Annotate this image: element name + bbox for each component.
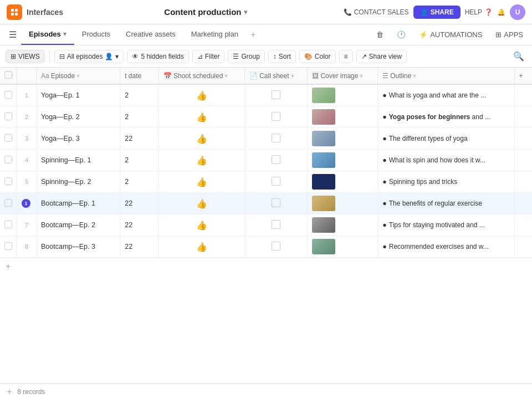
all-episodes-button[interactable]: ⊟ All episodes 👤 ▾ xyxy=(54,50,124,63)
call-sheet-checkbox[interactable] xyxy=(272,177,280,186)
footer-add-button[interactable]: + xyxy=(7,387,12,397)
title-dropdown-icon[interactable]: ▾ xyxy=(244,8,247,16)
shoot-scheduled-cell: 👍 xyxy=(158,150,244,171)
row-checkbox-cell xyxy=(0,236,17,258)
call-sheet-checkbox[interactable] xyxy=(272,220,280,229)
row-number: 2 xyxy=(17,106,37,128)
share-view-icon: ↗ xyxy=(361,53,367,60)
outline-col-header[interactable]: ☰ Outline ▾ xyxy=(378,68,514,84)
outline-cell[interactable]: ●The benefits of regular exercise xyxy=(378,193,514,214)
callsheet-col-header[interactable]: 📄 Call sheet ▾ xyxy=(245,68,308,84)
outline-cell[interactable]: ●Tips for staying motivated and ... xyxy=(378,214,514,236)
select-all-checkbox[interactable] xyxy=(4,71,12,79)
automations-button[interactable]: ⚡ AUTOMATIONS xyxy=(415,28,487,41)
cover-col-header[interactable]: 🖼 Cover image ▾ xyxy=(308,68,378,84)
call-sheet-checkbox[interactable] xyxy=(272,242,280,250)
add-col-header[interactable]: + xyxy=(514,68,532,84)
apps-button[interactable]: ⊞ APPS xyxy=(491,28,528,41)
row-checkbox[interactable] xyxy=(4,242,12,250)
cover-image-cell[interactable] xyxy=(308,193,378,214)
row-checkbox[interactable] xyxy=(4,177,12,185)
outline-cell[interactable]: ●Yoga poses for beginners and ... xyxy=(378,106,514,128)
history-button[interactable]: 🕐 xyxy=(392,28,410,41)
row-checkbox[interactable] xyxy=(4,156,12,163)
top-bar: Interfaces Content production ▾ 📞 CONTAC… xyxy=(0,0,532,24)
add-tab-button[interactable]: + xyxy=(246,27,260,43)
shoot-col-header[interactable]: 📅 Shoot scheduled ▾ xyxy=(158,68,244,84)
views-button[interactable]: ⊞ VIEWS xyxy=(6,50,45,63)
cover-image-cell[interactable] xyxy=(308,128,378,150)
outline-cell[interactable]: ●Recommended exercises and w... xyxy=(378,236,514,258)
hamburger-icon[interactable]: ☰ xyxy=(4,26,21,43)
add-row-button[interactable]: + xyxy=(0,258,532,275)
share-view-button[interactable]: ↗ Share view xyxy=(356,50,407,63)
group-button[interactable]: ☰ Group xyxy=(228,50,264,63)
call-sheet-checkbox[interactable] xyxy=(272,155,280,164)
row-height-button[interactable]: ≡ xyxy=(339,50,353,63)
row-checkbox[interactable] xyxy=(4,199,12,207)
filter-button[interactable]: ⊿ Filter xyxy=(192,50,225,63)
episode-name[interactable]: Bootcamp—Ep. 2 xyxy=(37,214,120,236)
row-add-cell xyxy=(514,128,532,150)
cover-thumbnail xyxy=(312,109,335,125)
notifications-button[interactable]: 🔔 xyxy=(497,8,505,16)
episode-name[interactable]: Spinning—Ep. 2 xyxy=(37,171,120,193)
date-cell: 2 xyxy=(120,150,159,171)
outline-cell[interactable]: ●Spinning tips and tricks xyxy=(378,171,514,193)
thumbs-up-icon: 👍 xyxy=(196,156,207,165)
episode-name[interactable]: Bootcamp—Ep. 1 xyxy=(37,193,120,214)
row-checkbox[interactable] xyxy=(4,134,12,142)
hidden-fields-icon: 👁 xyxy=(132,53,139,60)
hidden-fields-button[interactable]: 👁 5 hidden fields xyxy=(127,50,188,63)
call-sheet-cell xyxy=(245,171,308,193)
cover-image-cell[interactable] xyxy=(308,236,378,258)
call-sheet-checkbox[interactable] xyxy=(272,112,280,121)
episode-col-header[interactable]: Aa Episode ▾ xyxy=(37,68,120,84)
outline-cell[interactable]: ●What is spin and how does it w... xyxy=(378,150,514,171)
cover-image-cell[interactable] xyxy=(308,171,378,193)
episode-name[interactable]: Yoga—Ep. 3 xyxy=(37,128,120,150)
episode-name[interactable]: Yoga—Ep. 2 xyxy=(37,106,120,128)
cover-image-cell[interactable] xyxy=(308,150,378,171)
group-icon: ☰ xyxy=(233,53,239,60)
outline-cell[interactable]: ●What is yoga and what are the ... xyxy=(378,84,514,106)
call-sheet-checkbox[interactable] xyxy=(272,198,280,207)
row-checkbox[interactable] xyxy=(4,112,12,120)
app-name: Interfaces xyxy=(27,8,63,17)
tab-episodes[interactable]: Episodes ▾ xyxy=(21,24,74,45)
tab-products[interactable]: Products xyxy=(74,24,118,45)
episode-name[interactable]: Bootcamp—Ep. 3 xyxy=(37,236,120,258)
episode-name[interactable]: Yoga—Ep. 1 xyxy=(37,84,120,106)
apps-icon: ⊞ xyxy=(495,30,502,39)
outline-col-sort: ▾ xyxy=(413,72,416,80)
cover-image-cell[interactable] xyxy=(308,84,378,106)
call-sheet-checkbox[interactable] xyxy=(272,90,280,99)
search-button[interactable]: 🔍 xyxy=(511,49,526,64)
call-sheet-checkbox[interactable] xyxy=(272,134,280,142)
row-checkbox-cell xyxy=(0,214,17,236)
select-all-header[interactable] xyxy=(0,68,17,84)
contact-sales-button[interactable]: 📞 CONTACT SALES xyxy=(344,8,409,16)
cover-image-cell[interactable] xyxy=(308,106,378,128)
row-number: 1 xyxy=(17,84,37,106)
outline-cell[interactable]: ●The different types of yoga xyxy=(378,128,514,150)
episode-col-icon: Aa xyxy=(41,72,49,80)
tab-creative-assets[interactable]: Creative assets xyxy=(118,24,183,45)
date-col-header[interactable]: t date xyxy=(120,68,159,84)
row-checkbox[interactable] xyxy=(4,221,12,228)
row-checkbox-cell xyxy=(0,128,17,150)
table-icon: ⊟ xyxy=(59,53,65,60)
tab-marketing-plan[interactable]: Marketing plan xyxy=(183,24,246,45)
avatar[interactable]: U xyxy=(510,4,525,20)
toolbar: ⊞ VIEWS ⊟ All episodes 👤 ▾ 👁 5 hidden fi… xyxy=(0,45,532,68)
sort-button[interactable]: ↕ Sort xyxy=(268,50,296,63)
table-row: 4Spinning—Ep. 12👍●What is spin and how d… xyxy=(0,150,532,171)
color-button[interactable]: 🎨 Color xyxy=(299,50,336,63)
row-checkbox[interactable] xyxy=(4,91,12,99)
trash-button[interactable]: 🗑 xyxy=(372,28,388,41)
share-button[interactable]: 👤 SHARE xyxy=(413,6,461,19)
episode-name[interactable]: Spinning—Ep. 1 xyxy=(37,150,120,171)
help-button[interactable]: HELP ❓ xyxy=(465,8,493,16)
cover-col-icon: 🖼 xyxy=(312,72,319,80)
cover-image-cell[interactable] xyxy=(308,214,378,236)
